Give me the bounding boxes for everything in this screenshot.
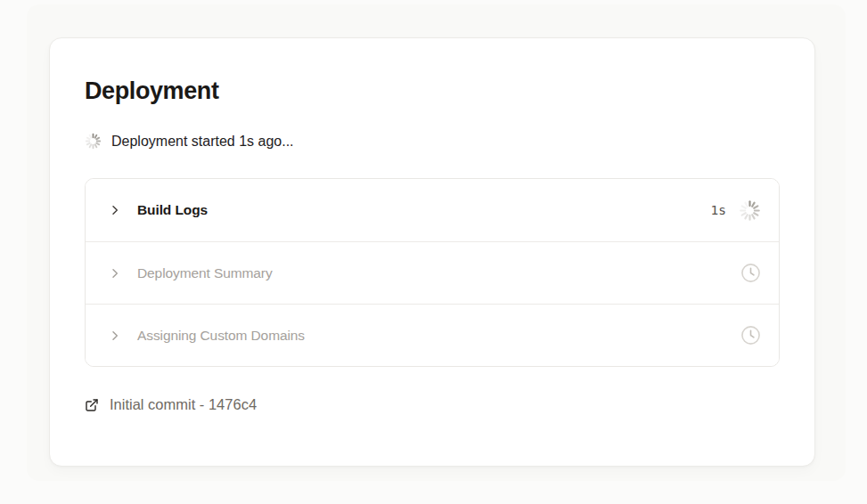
step-meta	[740, 325, 761, 345]
step-label: Deployment Summary	[137, 265, 273, 281]
step-label: Assigning Custom Domains	[137, 328, 305, 344]
commit-link[interactable]: Initial commit - 1476c4	[85, 396, 257, 413]
clock-icon	[740, 263, 761, 283]
status-text: Deployment started 1s ago...	[111, 134, 294, 150]
chevron-right-icon	[108, 203, 122, 217]
chevron-right-icon	[108, 329, 122, 343]
page-title: Deployment	[85, 77, 780, 105]
commit-label: Initial commit - 1476c4	[110, 396, 257, 413]
step-duration: 1s	[711, 203, 726, 217]
step-assigning-custom-domains[interactable]: Assigning Custom Domains	[86, 304, 779, 366]
deployment-card: Deployment Deployment started 1s ago...	[49, 37, 815, 467]
clock-icon	[740, 325, 761, 345]
chevron-right-icon	[108, 266, 122, 280]
deployment-status: Deployment started 1s ago...	[85, 133, 780, 150]
step-meta: 1s	[711, 199, 761, 222]
spinner-icon	[739, 199, 761, 222]
step-label: Build Logs	[137, 202, 208, 218]
external-link-icon	[85, 398, 99, 412]
step-deployment-summary[interactable]: Deployment Summary	[86, 241, 779, 304]
step-meta	[740, 263, 761, 283]
steps-list: Build Logs 1s	[85, 178, 780, 367]
step-build-logs[interactable]: Build Logs 1s	[86, 179, 779, 241]
spinner-icon	[85, 133, 102, 150]
